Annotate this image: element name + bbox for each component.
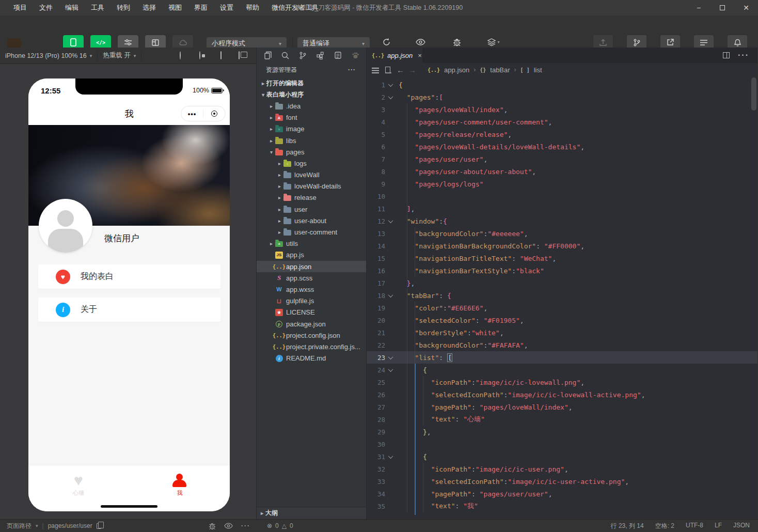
code-line[interactable]: 7 "pages/user/user", xyxy=(367,153,757,165)
multi-window-icon[interactable] xyxy=(239,52,247,60)
menu-item[interactable]: 工具 xyxy=(85,0,110,15)
copy-icon[interactable] xyxy=(97,523,101,529)
puppet-icon[interactable] xyxy=(351,51,360,60)
explorer-more-button[interactable]: ··· xyxy=(348,66,366,73)
code-line[interactable]: 34 "pagePath": "pages/user/user", xyxy=(367,488,757,500)
tree-item[interactable]: ▸+utils xyxy=(257,238,366,249)
tree-item[interactable]: ▾pages xyxy=(257,146,366,158)
search-icon[interactable] xyxy=(281,51,290,60)
code-line[interactable]: 4 "pages/user-comment/user-comment", xyxy=(367,116,757,128)
twisty-icon[interactable]: ▾ xyxy=(268,149,275,155)
device-frame-icon[interactable] xyxy=(219,52,227,60)
twisty-icon[interactable]: ▸ xyxy=(276,172,283,178)
tree-item[interactable]: ▸▫image xyxy=(257,123,366,135)
breadcrumb-file[interactable]: app.json xyxy=(444,66,469,74)
menu-item[interactable]: 设置 xyxy=(214,0,240,15)
twisty-icon[interactable]: ▸ xyxy=(268,103,275,109)
code-line[interactable]: 20 "selectedColor": "#F01905", xyxy=(367,314,757,326)
language-mode[interactable]: JSON xyxy=(733,522,750,530)
close-button[interactable]: ✕ xyxy=(734,0,758,15)
code-line[interactable]: 12 "window":{ xyxy=(367,215,757,227)
menu-item[interactable]: 界面 xyxy=(188,0,214,15)
tree-item[interactable]: ▸.idea xyxy=(257,100,366,112)
my-confession-item[interactable]: ♥ 我的表白 xyxy=(38,264,220,289)
tree-item[interactable]: ▸Afont xyxy=(257,112,366,123)
code-line[interactable]: 28 "text": "心墙" xyxy=(367,413,757,426)
code-line[interactable]: 26 "selectedIconPath":"image/ic/ic-lovew… xyxy=(367,388,757,401)
more-icon[interactable]: ··· xyxy=(241,522,250,529)
code-line[interactable]: 23 "list": [ xyxy=(367,351,757,364)
code-editor[interactable]: 1{2 "pages":[3 "pages/loveWall/index",4 … xyxy=(367,76,757,515)
code-line[interactable]: 13 "backgroundColor":"#eeeeee", xyxy=(367,227,757,240)
code-line[interactable]: 31 { xyxy=(367,450,757,463)
code-line[interactable]: 25 "iconPath":"image/ic/ic-lovewall.png"… xyxy=(367,376,757,388)
code-line[interactable]: 11 ], xyxy=(367,202,757,215)
twisty-icon[interactable]: ▸ xyxy=(276,207,283,212)
fold-chevron-icon[interactable] xyxy=(385,220,396,223)
outline-section[interactable]: ▸ 大纲 xyxy=(257,507,366,519)
minimize-button[interactable]: − xyxy=(687,0,710,15)
twisty-icon[interactable]: ▸ xyxy=(268,115,275,120)
code-line[interactable]: 30 xyxy=(367,438,757,450)
page-path-select[interactable]: 页面路径 xyxy=(7,522,31,530)
fold-chevron-icon[interactable] xyxy=(385,368,396,372)
code-line[interactable]: 9 "pages/logs/logs" xyxy=(367,178,757,190)
tree-item[interactable]: Wapp.wxss xyxy=(257,284,366,295)
code-line[interactable]: 19 "color":"#E6E6E6", xyxy=(367,302,757,314)
tree-item[interactable]: JSapp.js xyxy=(257,249,366,261)
code-line[interactable]: 1{ xyxy=(367,79,757,91)
rotate-icon[interactable] xyxy=(180,52,188,60)
twisty-icon[interactable]: ▸ xyxy=(268,241,275,246)
extensions-icon[interactable] xyxy=(316,51,325,60)
code-line[interactable]: 35 "text": "我" xyxy=(367,500,757,512)
tree-item[interactable]: ▸user-about xyxy=(257,215,366,226)
twisty-icon[interactable]: ▸ xyxy=(276,229,283,235)
tree-item[interactable]: {..}project.private.config.js... xyxy=(257,341,366,352)
back-icon[interactable]: ← xyxy=(397,66,404,74)
more-actions-icon[interactable]: ··· xyxy=(738,51,749,60)
twisty-icon[interactable]: ▸ xyxy=(268,138,275,144)
twisty-icon[interactable]: ▸ xyxy=(268,126,275,132)
code-line[interactable]: 17 }, xyxy=(367,277,757,289)
device-select[interactable]: iPhone 12/13 (Pro) 100% 16▾ xyxy=(0,52,97,59)
tab-lovewall[interactable]: ♥ 心墙 xyxy=(48,472,109,497)
twisty-icon[interactable]: ▸ xyxy=(276,161,283,166)
code-line[interactable]: 14 "navigationBarBackgroundColor": "#FF0… xyxy=(367,240,757,252)
tree-item[interactable]: {..}project.config.json xyxy=(257,330,366,341)
twisty-icon[interactable]: ▸ xyxy=(276,195,283,200)
code-line[interactable]: 18 "tabBar": { xyxy=(367,289,757,302)
tree-item[interactable]: ▸打开的编辑器 xyxy=(257,77,366,89)
bug-icon[interactable] xyxy=(209,522,216,530)
menu-item[interactable]: 文件 xyxy=(33,0,59,15)
cursor-position[interactable]: 行 23, 列 14 xyxy=(611,522,644,530)
fold-chevron-icon[interactable] xyxy=(385,455,396,459)
files-icon[interactable] xyxy=(263,51,272,60)
tree-item[interactable]: ▸user xyxy=(257,204,366,215)
code-line[interactable]: 15 "navigationBarTitleText": "WeChat", xyxy=(367,252,757,264)
menu-item[interactable]: 视图 xyxy=(162,0,188,15)
close-icon[interactable]: × xyxy=(418,52,422,59)
tree-item[interactable]: ▸release xyxy=(257,192,366,204)
code-line[interactable]: 27 "pagePath": "pages/loveWall/index", xyxy=(367,401,757,413)
bookmark-icon[interactable] xyxy=(385,67,390,73)
tree-item[interactable]: ▸▫logs xyxy=(257,158,366,169)
forward-icon[interactable]: → xyxy=(408,66,416,74)
editor-scrollbar[interactable] xyxy=(751,77,756,111)
breadcrumb-tabbar[interactable]: tabBar xyxy=(490,66,510,74)
twisty-icon[interactable]: ▸ xyxy=(276,183,283,189)
breadcrumb-list[interactable]: list xyxy=(534,66,542,74)
code-line[interactable]: 16 "navigationBarTextStyle":"black" xyxy=(367,264,757,277)
menu-item[interactable]: 帮助 xyxy=(240,0,265,15)
tab-me[interactable]: 我 xyxy=(149,472,211,497)
code-line[interactable]: 32 "iconPath":"image/ic/ic-user.png", xyxy=(367,463,757,475)
tree-item[interactable]: ⊔gulpfile.js xyxy=(257,295,366,307)
avatar[interactable] xyxy=(39,199,92,253)
twisty-icon[interactable]: ▾ xyxy=(260,92,266,98)
close-target-button[interactable] xyxy=(203,111,225,117)
code-line[interactable]: 3 "pages/loveWall/index", xyxy=(367,103,757,116)
split-editor-icon[interactable] xyxy=(723,52,730,58)
tree-item[interactable]: iREADME.md xyxy=(257,353,366,364)
fold-chevron-icon[interactable] xyxy=(385,294,396,298)
tab-app-json[interactable]: {..} app.json × xyxy=(367,48,422,63)
snippet-icon[interactable] xyxy=(334,51,342,60)
